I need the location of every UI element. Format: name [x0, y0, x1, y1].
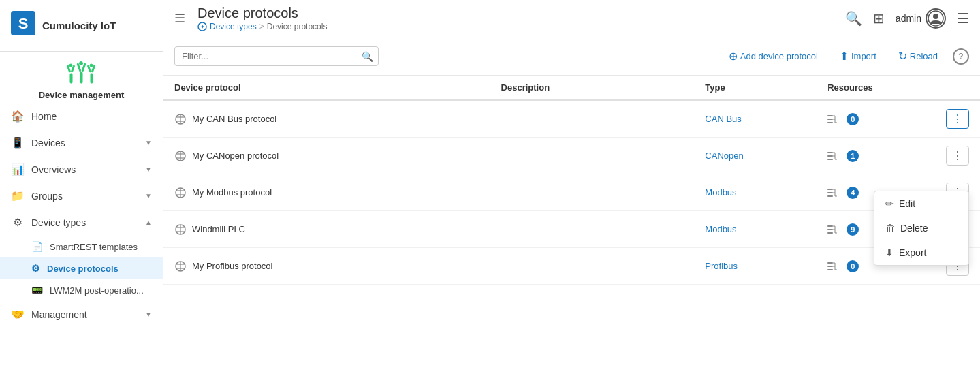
svg-rect-45: [827, 192, 833, 193]
col-resources: Resources: [817, 76, 980, 100]
protocol-type[interactable]: Profibus: [694, 248, 817, 285]
nav-item-overviews[interactable]: 📊 Overviews ▼: [0, 156, 163, 183]
reload-button[interactable]: ↻ Reload: [891, 46, 945, 67]
context-menu-delete[interactable]: 🗑 Delete: [874, 216, 968, 240]
nav-item-home[interactable]: 🏠 Home: [0, 103, 163, 129]
page-title-group: Device protocols ✦ Device types > Device…: [197, 5, 838, 31]
svg-rect-55: [827, 225, 833, 227]
type-link[interactable]: Profibus: [705, 261, 738, 271]
type-link[interactable]: CANopen: [705, 151, 743, 161]
grid-icon[interactable]: ⊞: [873, 10, 885, 27]
svg-rect-67: [827, 266, 833, 267]
breadcrumb-separator: >: [259, 22, 264, 31]
add-device-protocol-button[interactable]: ⊕ Add device protocol: [722, 46, 825, 67]
device-management-label: Device management: [39, 90, 125, 100]
protocol-type[interactable]: CANopen: [694, 138, 817, 174]
protocol-type[interactable]: CAN Bus: [694, 100, 817, 138]
svg-rect-44: [827, 189, 833, 190]
app-header[interactable]: S Cumulocity IoT: [0, 0, 163, 52]
devices-label: Devices: [31, 138, 138, 148]
menu-toggle-icon[interactable]: ☰: [174, 11, 185, 26]
add-label: Add device protocol: [740, 51, 818, 61]
search-icon[interactable]: 🔍: [845, 10, 862, 27]
import-button[interactable]: ⬆ Import: [833, 46, 883, 67]
device-types-chevron: ▲: [145, 219, 152, 226]
main-content: ☰ Device protocols ✦ Device types > Devi…: [163, 0, 980, 378]
col-protocol: Device protocol: [163, 76, 490, 100]
row-actions: ⋮: [946, 146, 969, 166]
svg-rect-56: [827, 229, 833, 230]
device-protocols-icon: ⚙: [31, 263, 40, 274]
type-link[interactable]: CAN Bus: [705, 114, 741, 124]
filter-search-icon: 🔍: [362, 51, 373, 62]
groups-label: Groups: [31, 191, 138, 202]
sidebar-toggle-icon[interactable]: ☰: [957, 10, 969, 27]
filter-bar-actions: ⊕ Add device protocol ⬆ Import ↻ Reload …: [722, 46, 969, 67]
context-menu-export[interactable]: ⬇ Export: [874, 240, 968, 265]
protocol-name: My Profibus protocol: [192, 261, 273, 271]
protocols-table-wrapper: Device protocol Description Type Resourc…: [163, 76, 980, 378]
table-body: My CAN Bus protocol CAN Bus 0 ⋮: [163, 100, 980, 285]
breadcrumb-parent[interactable]: Device types: [210, 22, 257, 31]
resources-cell: 4: [827, 187, 859, 199]
type-link[interactable]: Modbus: [705, 224, 736, 234]
protocols-table: Device protocol Description Type Resourc…: [163, 76, 980, 285]
protocol-type-icon: [174, 150, 187, 162]
user-menu[interactable]: admin: [896, 8, 946, 29]
more-actions-button[interactable]: ⋮: [946, 109, 969, 129]
nav-item-devices[interactable]: 📱 Devices ▼: [0, 129, 163, 156]
subnav-lwm2m[interactable]: 📟 LWM2M post-operatio...: [0, 279, 163, 301]
lwm2m-icon: 📟: [31, 285, 43, 296]
help-button[interactable]: ?: [953, 48, 969, 65]
delete-label: Delete: [900, 223, 928, 234]
admin-username: admin: [896, 13, 921, 24]
col-type: Type: [694, 76, 817, 100]
groups-chevron: ▼: [145, 192, 152, 200]
edit-label: Edit: [899, 198, 915, 209]
resources-icon: [827, 151, 842, 161]
filter-input[interactable]: [174, 46, 379, 66]
page-title: Device protocols: [197, 5, 838, 21]
protocol-name-cell: My Modbus protocol: [174, 187, 479, 199]
delete-icon: 🗑: [885, 223, 895, 234]
resources-count: 9: [847, 223, 859, 236]
smartrest-label: SmartREST templates: [50, 242, 138, 252]
svg-point-17: [933, 14, 938, 19]
nav-item-management[interactable]: 🤝 Management ▼: [0, 301, 163, 328]
brand-label: Cumulocity IoT: [42, 20, 116, 31]
nav-item-groups[interactable]: 📁 Groups ▼: [0, 183, 163, 209]
lwm2m-label: LWM2M post-operatio...: [50, 285, 144, 296]
protocol-type[interactable]: Modbus: [694, 174, 817, 211]
protocol-name: Windmill PLC: [192, 224, 245, 234]
management-chevron: ▼: [145, 311, 152, 318]
devices-chevron: ▼: [145, 139, 152, 146]
context-menu-edit[interactable]: ✏ Edit: [874, 191, 968, 216]
svg-text:S: S: [18, 15, 29, 32]
resources-icon: [827, 261, 842, 272]
protocol-type[interactable]: Modbus: [694, 211, 817, 248]
home-icon: 🏠: [11, 110, 25, 123]
user-avatar: [926, 8, 946, 29]
svg-rect-10: [91, 74, 93, 83]
resources-cell: 0: [827, 260, 859, 272]
svg-point-5: [69, 64, 72, 67]
protocol-description: [490, 174, 695, 211]
more-actions-button[interactable]: ⋮: [946, 146, 969, 166]
subnav-smartrest[interactable]: 📄 SmartREST templates: [0, 236, 163, 257]
table-row: My CAN Bus protocol CAN Bus 0 ⋮: [163, 100, 980, 138]
protocol-name: My CAN Bus protocol: [192, 114, 276, 124]
protocol-name-cell: My CANopen protocol: [174, 150, 479, 162]
help-label: ?: [958, 52, 963, 61]
svg-text:✦: ✦: [200, 24, 205, 30]
protocol-description: [490, 248, 695, 285]
resources-icon: [827, 224, 842, 235]
subnav-device-protocols[interactable]: ⚙ Device protocols: [0, 257, 163, 279]
protocol-type-icon: [174, 113, 187, 125]
nav-item-device-types[interactable]: ⚙ Device types ▲: [0, 209, 163, 236]
type-link[interactable]: Modbus: [705, 187, 736, 198]
reload-label: Reload: [910, 51, 938, 61]
device-types-icon: ⚙: [11, 216, 25, 229]
svg-rect-33: [827, 152, 833, 153]
reload-icon: ↻: [898, 50, 907, 63]
protocol-type-icon: [174, 187, 187, 199]
